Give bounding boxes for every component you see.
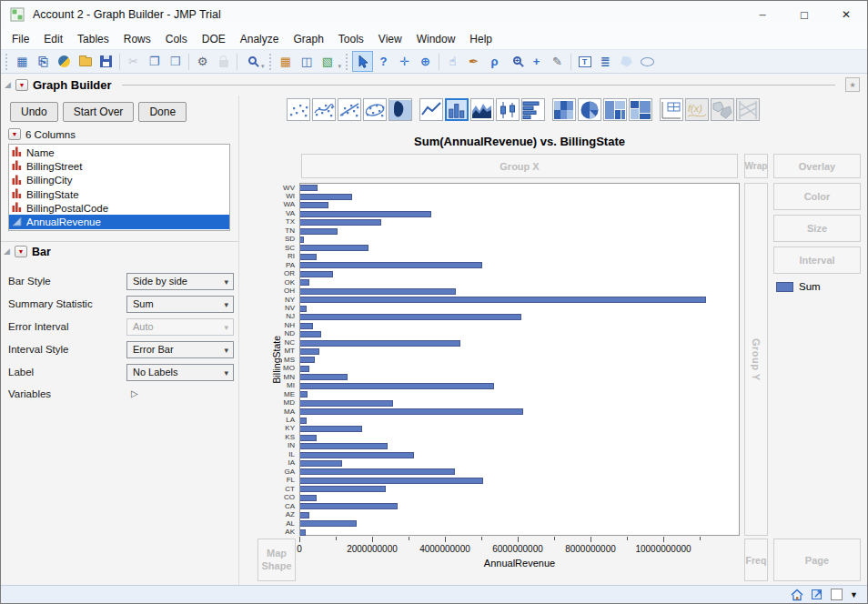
chart-type-area-icon[interactable] [470,98,494,121]
help-tool-icon[interactable]: ? [374,52,393,71]
dropdown-caret-icon[interactable] [850,590,858,599]
column-item-billingstate[interactable]: BillingState [9,187,229,201]
save-icon[interactable] [96,52,116,71]
chart-type-pie-icon[interactable] [578,98,601,121]
bar-ok[interactable] [300,279,309,286]
bar-ks[interactable] [300,435,317,441]
chart-type-formula-icon[interactable]: f(x) [685,98,709,121]
paste-icon[interactable]: ❒ [166,52,185,71]
menu-analyze[interactable]: Analyze [233,30,287,48]
bar-ny[interactable] [300,297,706,303]
cut-icon[interactable]: ✂ [124,52,143,71]
red-triangle-menu-icon[interactable] [15,79,28,91]
menu-edit[interactable]: Edit [36,30,70,48]
preferences-icon[interactable]: ⚙ [193,52,212,71]
globe-tool-icon[interactable]: ⊕ [416,52,435,71]
menu-rows[interactable]: Rows [116,30,158,48]
text-tool-icon[interactable] [575,52,594,71]
column-item-billingstreet[interactable]: BillingStreet [9,159,229,173]
selection-tool-icon[interactable]: ✛ [395,52,414,71]
polygon-tool-icon[interactable] [617,52,636,71]
drop-zone-color[interactable]: Color [773,183,861,210]
toolbar-overflow-icon[interactable]: ▾ [338,63,342,70]
columns-red-triangle-icon[interactable] [8,128,21,140]
bar-la[interactable] [300,418,307,424]
variables-expand-icon[interactable] [131,388,138,398]
brush-tool-icon[interactable]: ✒ [464,52,483,71]
bar-or[interactable] [300,271,333,277]
drop-zone-size[interactable]: Size [773,215,861,242]
bar-ia[interactable] [300,460,342,467]
bar-ga[interactable] [300,468,455,475]
lasso-tool-icon[interactable]: ρ [485,52,504,71]
chart-type-map-shape-icon[interactable] [711,98,734,121]
drop-zone-group-x[interactable]: Group X [301,154,738,178]
bar-wa[interactable] [300,202,328,208]
bar-ak[interactable] [300,529,306,536]
zoom-tool-icon[interactable] [506,52,525,71]
minimize-button[interactable] [742,1,783,28]
menu-file[interactable]: File [5,30,36,48]
maximize-button[interactable] [783,1,825,28]
search-icon[interactable] [241,52,260,71]
new-data-table-icon[interactable]: ▦ [13,52,32,71]
bar-pa[interactable] [300,262,482,268]
bar-ma[interactable] [300,408,523,415]
menu-cols[interactable]: Cols [158,30,195,48]
menu-graph[interactable]: Graph [286,30,330,48]
chart-type-treemap-icon[interactable] [603,98,627,121]
drop-zone-map-shape[interactable]: Map Shape [257,539,296,581]
menu-help[interactable]: Help [462,30,500,48]
bar-wi[interactable] [300,194,352,200]
drop-zone-interval[interactable]: Interval [773,247,861,274]
bar-wv[interactable] [300,185,318,191]
bar-nv[interactable] [300,306,307,312]
bar-al[interactable] [300,520,357,527]
bar-ky[interactable] [300,426,362,432]
drop-zone-group-y[interactable]: Group Y [744,183,768,536]
bar-nj[interactable] [300,314,521,320]
drop-zone-wrap[interactable]: Wrap [744,154,768,178]
drop-zone-page[interactable]: Page [773,539,861,581]
column-item-billingcity[interactable]: BillingCity [9,174,229,187]
crosshair-tool-icon[interactable]: + [527,52,546,71]
bar-mo[interactable] [300,366,309,372]
bar-mn[interactable] [300,374,348,380]
bar-ms[interactable] [300,357,315,363]
chart-type-parallel-icon[interactable] [736,98,760,121]
summary-statistic-select[interactable]: Sum [126,296,234,313]
layered-windows-icon[interactable] [845,77,860,92]
label-select[interactable]: No Labels [126,364,234,381]
oval-tool-icon[interactable] [638,52,657,71]
bar-va[interactable] [300,211,431,217]
interval-style-select[interactable]: Error Bar [126,341,234,358]
start-over-button[interactable]: Start Over [63,102,135,122]
open-file-icon[interactable] [76,52,95,71]
chart-type-line-of-fit-icon[interactable] [338,98,361,121]
bar-nc[interactable] [300,340,460,347]
bar-fl[interactable] [300,478,483,484]
menu-view[interactable]: View [371,30,409,48]
annotate-tool-icon[interactable]: ✎ [548,52,567,71]
drop-zone-freq[interactable]: Freq [744,539,768,581]
chart-type-bar-icon[interactable] [445,98,469,121]
bar-style-select[interactable]: Side by side [126,273,234,290]
collapse-triangle-icon[interactable] [5,81,11,89]
python-icon[interactable] [55,52,74,71]
color-swatch[interactable] [831,589,843,600]
chart-type-contour-icon[interactable] [389,98,412,121]
bar-ct[interactable] [300,486,386,492]
bar-ri[interactable] [300,254,317,260]
column-item-name[interactable]: Name [9,146,229,159]
bar-co[interactable] [300,495,317,501]
arrow-icon[interactable] [353,52,372,71]
lines-tool-icon[interactable]: ≣ [596,52,615,71]
chart-type-mosaic-icon[interactable] [629,98,652,121]
bar-tx[interactable] [300,219,381,226]
copy-icon[interactable]: ❐ [145,52,164,71]
close-button[interactable] [825,1,867,28]
bar-mi[interactable] [300,383,494,389]
bar-sd[interactable] [300,237,304,243]
undo-button[interactable]: Undo [10,102,58,122]
journal-view-icon[interactable]: ▦ [277,52,296,71]
